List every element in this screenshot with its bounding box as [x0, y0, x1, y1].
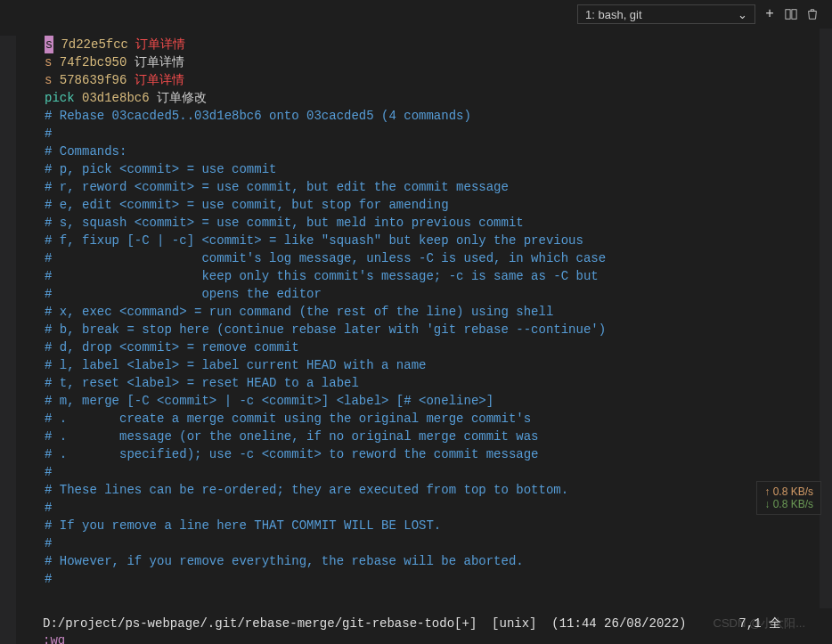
comment-line[interactable]: # r, reword <commit> = use commit, but e…	[18, 178, 818, 196]
rebase-command: pick	[45, 91, 75, 105]
commit-hash: 74f2bc950	[52, 55, 134, 69]
comment-line[interactable]: #	[18, 499, 818, 517]
scrollbar[interactable]	[820, 29, 832, 608]
terminal-selector[interactable]: 1: bash, git ⌄	[577, 4, 755, 24]
commit-line[interactable]: s 578639f96 订单详情	[18, 71, 818, 89]
watermark: CSDN @小太阳...	[714, 615, 805, 632]
comment-text: # Commands:	[45, 144, 126, 159]
comment-text: # s, squash <commit> = use commit, but m…	[45, 216, 524, 230]
trash-icon	[806, 8, 819, 20]
comment-line[interactable]: # f, fixup [-C | -c] <commit> = like "sq…	[18, 232, 818, 249]
comment-line[interactable]: # keep only this commit's message; -c is…	[18, 267, 818, 285]
split-icon	[785, 8, 797, 20]
comment-line[interactable]: # x, exec <command> = run command (the r…	[18, 303, 818, 321]
comment-text: # e, edit <commit> = use commit, but sto…	[45, 198, 449, 212]
comment-text: # Rebase 03cacded5..03d1e8bc6 onto 03cac…	[45, 109, 471, 123]
comment-line[interactable]: # opens the editor	[18, 285, 818, 303]
comment-text: #	[45, 501, 52, 515]
new-terminal-button[interactable]: +	[763, 7, 777, 21]
comment-line[interactable]: # . create a merge commit using the orig…	[18, 410, 818, 428]
svg-rect-0	[786, 10, 790, 20]
commit-line[interactable]: s 7d22e5fcc 订单详情	[18, 36, 818, 53]
comment-text: # m, merge [-C <commit> | -c <commit>] <…	[45, 394, 493, 408]
comment-line[interactable]: # These lines can be re-ordered; they ar…	[18, 481, 818, 499]
comment-line[interactable]: # d, drop <commit> = remove commit	[18, 338, 818, 356]
comment-line[interactable]: # Rebase 03cacded5..03d1e8bc6 onto 03cac…	[18, 107, 818, 125]
comment-text: # . message (or the oneline, if no origi…	[45, 429, 539, 444]
plus-icon: +	[765, 6, 774, 22]
comment-text: # commit's log message, unless -C is use…	[45, 251, 606, 265]
activity-bar	[0, 36, 16, 644]
comment-line[interactable]: #	[18, 534, 818, 552]
terminal-toolbar: 1: bash, git ⌄ +	[0, 0, 832, 29]
chevron-down-icon: ⌄	[738, 8, 747, 21]
comment-line[interactable]: # . message (or the oneline, if no origi…	[18, 428, 818, 445]
editor-content[interactable]: s 7d22e5fcc 订单详情s 74f2bc950 订单详情s 578639…	[18, 36, 818, 644]
comment-line[interactable]: # s, squash <commit> = use commit, but m…	[18, 214, 818, 232]
commit-line[interactable]: pick 03d1e8bc6 订单修改	[18, 89, 818, 107]
comment-text: # t, reset <label> = reset HEAD to a lab…	[45, 376, 359, 390]
comment-text: # b, break = stop here (continue rebase …	[45, 322, 606, 337]
commit-line[interactable]: s 74f2bc950 订单详情	[18, 53, 818, 71]
comment-text: # opens the editor	[45, 287, 322, 301]
kill-terminal-button[interactable]	[805, 7, 820, 21]
comment-text: # x, exec <command> = run command (the r…	[45, 305, 553, 319]
commit-message: 订单详情	[135, 55, 184, 69]
comment-line[interactable]: # . specified); use -c <commit> to rewor…	[18, 445, 818, 463]
commit-message: 订单详情	[135, 37, 185, 52]
commit-message: 订单修改	[157, 91, 207, 105]
comment-line[interactable]: # b, break = stop here (continue rebase …	[18, 321, 818, 338]
commit-hash: 578639f96	[52, 73, 134, 87]
comment-text: # However, if you remove everything, the…	[45, 554, 524, 568]
commit-hash: 03d1e8bc6	[75, 91, 157, 105]
comment-text: # p, pick <commit> = use commit	[45, 162, 276, 176]
comment-line[interactable]: #	[18, 125, 818, 143]
vim-command-line[interactable]: :wq	[43, 633, 65, 644]
comment-line[interactable]: # However, if you remove everything, the…	[18, 552, 818, 570]
comment-text: #	[45, 465, 52, 479]
comment-text: # l, label <label> = label current HEAD …	[45, 358, 426, 372]
comment-line[interactable]: #	[18, 570, 818, 588]
rebase-command: s	[45, 36, 53, 53]
comment-line[interactable]: # m, merge [-C <commit> | -c <commit>] <…	[18, 392, 818, 410]
upload-speed: ↑ 0.8 KB/s	[764, 485, 813, 498]
network-indicator: ↑ 0.8 KB/s ↓ 0.8 KB/s	[756, 481, 821, 515]
comment-text: # keep only this commit's message; -c is…	[45, 269, 599, 283]
comment-text: # f, fixup [-C | -c] <commit> = like "sq…	[45, 233, 583, 248]
comment-line[interactable]: # t, reset <label> = reset HEAD to a lab…	[18, 374, 818, 392]
comment-text: #	[45, 126, 52, 141]
comment-line[interactable]: # Commands:	[18, 143, 818, 160]
comment-text: # . create a merge commit using the orig…	[45, 412, 531, 426]
terminal-label: 1: bash, git	[585, 8, 642, 21]
comment-line[interactable]: # commit's log message, unless -C is use…	[18, 249, 818, 267]
comment-line[interactable]: # p, pick <commit> = use commit	[18, 160, 818, 178]
comment-text: # If you remove a line here THAT COMMIT …	[45, 518, 441, 533]
comment-text: #	[45, 572, 52, 586]
comment-text: # These lines can be re-ordered; they ar…	[45, 483, 568, 497]
comment-text: #	[45, 536, 52, 550]
commit-hash: 7d22e5fcc	[53, 37, 135, 52]
comment-text: # d, drop <commit> = remove commit	[45, 340, 299, 355]
comment-line[interactable]: #	[18, 463, 818, 481]
comment-line[interactable]: # l, label <label> = label current HEAD …	[18, 356, 818, 374]
comment-text: # r, reword <commit> = use commit, but e…	[45, 180, 509, 194]
commit-message: 订单详情	[135, 73, 184, 87]
comment-line[interactable]: # e, edit <commit> = use commit, but sto…	[18, 196, 818, 214]
comment-text: # . specified); use -c <commit> to rewor…	[45, 447, 539, 461]
comment-line[interactable]: # If you remove a line here THAT COMMIT …	[18, 517, 818, 534]
download-speed: ↓ 0.8 KB/s	[764, 498, 813, 510]
svg-rect-1	[792, 10, 796, 20]
split-terminal-button[interactable]	[784, 7, 798, 21]
